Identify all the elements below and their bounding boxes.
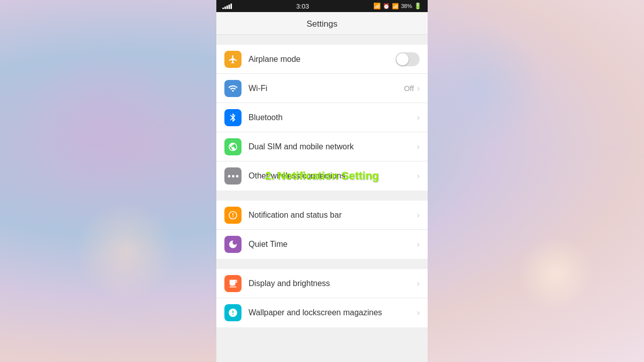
airplane-mode-icon: [224, 51, 242, 68]
quiet-time-item[interactable]: Quiet Time ›: [216, 230, 428, 259]
notification-bar-right: ›: [417, 211, 420, 220]
cast-icon: 📶: [392, 3, 399, 10]
dual-sim-right: ›: [417, 142, 420, 151]
other-wireless-item[interactable]: Other wireless connections › 2. Notifica…: [216, 161, 428, 191]
display-brightness-chevron: ›: [417, 279, 420, 288]
section-gap-top: [216, 35, 428, 45]
signal-bar-3: [226, 6, 228, 9]
signal-bar-4: [228, 5, 230, 9]
battery-percent: 38%: [401, 3, 412, 9]
wallpaper-icon: [224, 304, 242, 321]
wifi-icon: [224, 80, 242, 97]
dot1: [228, 175, 230, 177]
dot3: [236, 175, 238, 177]
wifi-right: Off ›: [404, 84, 420, 93]
airplane-mode-label: Airplane mode: [249, 55, 395, 64]
wallpaper-label: Wallpaper and lockscreen magazines: [249, 308, 417, 317]
wifi-label: Wi-Fi: [249, 84, 404, 93]
quiet-time-chevron: ›: [417, 240, 420, 249]
bg-blob-1: [25, 50, 176, 201]
wifi-value: Off: [404, 84, 414, 93]
dot2: [232, 175, 234, 177]
status-time: 3:03: [296, 3, 309, 10]
display-brightness-label: Display and brightness: [249, 279, 417, 288]
settings-header: Settings: [216, 12, 428, 35]
status-right: 📶 ⏰ 📶 38% 🔋: [373, 3, 422, 10]
wallpaper-right: ›: [417, 308, 420, 317]
bluetooth-status-icon: 📶: [373, 3, 381, 10]
other-wireless-chevron: ›: [417, 171, 420, 180]
bg-blob-3: [418, 25, 543, 151]
quiet-time-icon: [224, 236, 242, 253]
wifi-chevron: ›: [417, 84, 420, 93]
dual-sim-item[interactable]: Dual SIM and mobile network ›: [216, 132, 428, 161]
airplane-mode-item[interactable]: Airplane mode: [216, 45, 428, 74]
section-gap-2: [216, 191, 428, 201]
battery-icon: 🔋: [414, 3, 422, 10]
bg-blob-2: [75, 201, 176, 302]
dual-sim-label: Dual SIM and mobile network: [249, 142, 417, 151]
wallpaper-item[interactable]: Wallpaper and lockscreen magazines ›: [216, 298, 428, 327]
display-svg: [228, 279, 238, 289]
notification-bar-chevron: ›: [417, 211, 420, 220]
display-brightness-icon: [224, 275, 242, 292]
other-wireless-icon: [224, 167, 242, 185]
signal-bar-1: [222, 8, 224, 9]
airplane-mode-toggle[interactable]: [395, 52, 420, 66]
dual-sim-icon: [224, 138, 242, 155]
connectivity-section: Airplane mode Wi-Fi Off ›: [216, 45, 428, 191]
section-gap-3: [216, 259, 428, 269]
bluetooth-right: ›: [417, 113, 420, 122]
status-bar: 3:03 📶 ⏰ 📶 38% 🔋: [216, 0, 428, 12]
dual-sim-svg: [228, 142, 238, 152]
notification-bar-item[interactable]: Notification and status bar ›: [216, 201, 428, 230]
signal-bar-5: [230, 4, 232, 9]
bluetooth-icon: [224, 109, 242, 126]
other-wireless-label: Other wireless connections: [249, 171, 417, 180]
section-gap-bottom: [216, 327, 428, 337]
wifi-item[interactable]: Wi-Fi Off ›: [216, 74, 428, 103]
notifications-section: Notification and status bar › Quiet Time…: [216, 201, 428, 259]
status-left: [222, 4, 232, 9]
airplane-svg: [228, 54, 238, 64]
other-wireless-right: ›: [417, 171, 420, 180]
bg-blob-4: [518, 236, 594, 312]
phone-frame: 3:03 📶 ⏰ 📶 38% 🔋 Settings Airplane mode: [216, 0, 428, 362]
star-svg: [228, 308, 238, 318]
bluetooth-svg: [228, 113, 238, 123]
quiet-time-label: Quiet Time: [249, 240, 417, 249]
notification-bar-label: Notification and status bar: [249, 211, 417, 220]
bluetooth-label: Bluetooth: [249, 113, 417, 122]
toggle-knob: [396, 53, 409, 65]
quiet-time-right: ›: [417, 240, 420, 249]
signal-bars: [222, 4, 232, 9]
signal-bar-2: [224, 7, 226, 9]
display-brightness-item[interactable]: Display and brightness ›: [216, 269, 428, 298]
bluetooth-item[interactable]: Bluetooth ›: [216, 103, 428, 132]
settings-title: Settings: [306, 19, 337, 29]
notification-svg: [228, 210, 238, 220]
dual-sim-chevron: ›: [417, 142, 420, 151]
display-section: Display and brightness › Wallpaper and l…: [216, 269, 428, 327]
settings-scroll[interactable]: Airplane mode Wi-Fi Off ›: [216, 35, 428, 362]
bluetooth-chevron: ›: [417, 113, 420, 122]
alarm-icon: ⏰: [383, 3, 390, 10]
moon-svg: [228, 239, 238, 249]
wifi-svg: [228, 83, 238, 94]
notification-bar-icon: [224, 207, 242, 224]
display-brightness-right: ›: [417, 279, 420, 288]
wallpaper-chevron: ›: [417, 308, 420, 317]
